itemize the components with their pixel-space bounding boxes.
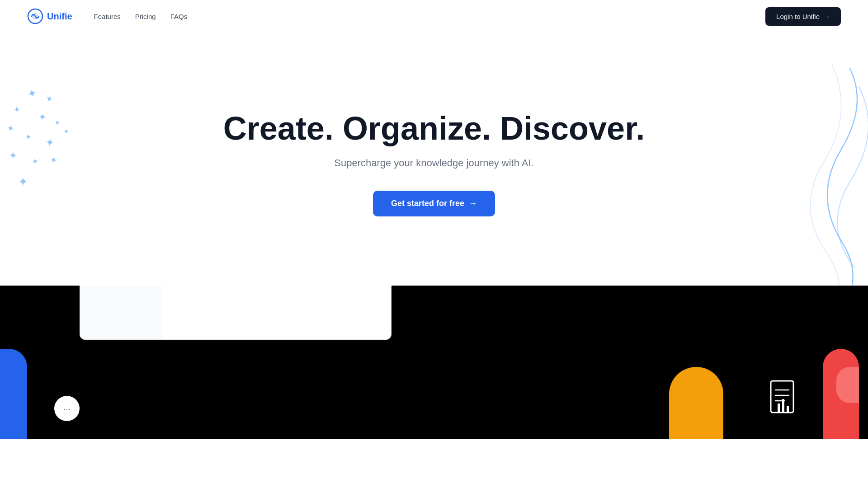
hero-title: Create. Organize. Discover. xyxy=(223,111,645,146)
chat-icon: ··· xyxy=(63,404,71,414)
bird-icon: ✦ xyxy=(62,127,71,137)
nav-features[interactable]: Features xyxy=(94,13,121,20)
hero-subtitle: Supercharge your knowledge journey with … xyxy=(334,157,533,169)
cta-arrow-icon: → xyxy=(469,199,477,208)
right-arrow-decoration xyxy=(823,349,859,439)
cta-button[interactable]: Get started for free → xyxy=(373,191,495,216)
logo[interactable]: Unifie xyxy=(27,8,72,24)
bird-icon: ✦ xyxy=(25,85,39,102)
svg-rect-10 xyxy=(787,406,789,413)
app-preview-window: Unifie JR Joanna Rippin ✓ xyxy=(80,286,392,340)
login-button[interactable]: Login to Unifie → xyxy=(765,7,841,26)
bird-icon: ✦ xyxy=(37,111,48,124)
bird-icon: ✦ xyxy=(18,174,29,189)
bird-icon: ✦ xyxy=(52,117,62,128)
navbar: Unifie Features Pricing FAQs Login to Un… xyxy=(0,0,868,33)
svg-rect-9 xyxy=(782,399,784,413)
birds-decoration: ✦ ✦ ✦ ✦ ✦ ✦ ✦ ✦ ✦ ✦ ✦ ✦ ✦ xyxy=(5,87,77,213)
curves-decoration xyxy=(723,60,868,304)
bird-icon: ✦ xyxy=(24,131,33,142)
logo-icon xyxy=(27,8,43,24)
document-icon xyxy=(769,379,800,426)
nav-links: Features Pricing FAQs xyxy=(94,13,188,20)
nav-pricing[interactable]: Pricing xyxy=(135,13,156,20)
window-sidebar: Unifie JR Joanna Rippin ✓ xyxy=(80,286,161,339)
bird-icon: ✦ xyxy=(43,92,55,105)
arrow-icon: → xyxy=(823,13,830,20)
bottom-section: ··· Unifie xyxy=(0,286,868,439)
bird-icon: ✦ xyxy=(44,136,56,150)
right-arrow-inner xyxy=(836,367,859,403)
hero-section: ✦ ✦ ✦ ✦ ✦ ✦ ✦ ✦ ✦ ✦ ✦ ✦ ✦ Create. Organi… xyxy=(0,33,868,286)
bird-icon: ✦ xyxy=(48,154,60,167)
window-main: 🔍 Search for tracks... Remaining questio… xyxy=(161,286,391,339)
logo-text: Unifie xyxy=(47,11,72,22)
blue-bar-decoration xyxy=(0,349,27,439)
yellow-circle-decoration xyxy=(669,367,723,439)
bird-icon: ✦ xyxy=(5,122,16,135)
bird-icon: ✦ xyxy=(30,156,40,168)
window-body: Unifie JR Joanna Rippin ✓ xyxy=(80,286,391,339)
chat-bubble[interactable]: ··· xyxy=(54,396,80,421)
bird-icon: ✦ xyxy=(9,150,18,162)
nav-faqs[interactable]: FAQs xyxy=(170,13,188,20)
curves-svg xyxy=(723,60,868,304)
svg-rect-8 xyxy=(778,404,780,413)
bird-icon: ✦ xyxy=(13,104,21,115)
